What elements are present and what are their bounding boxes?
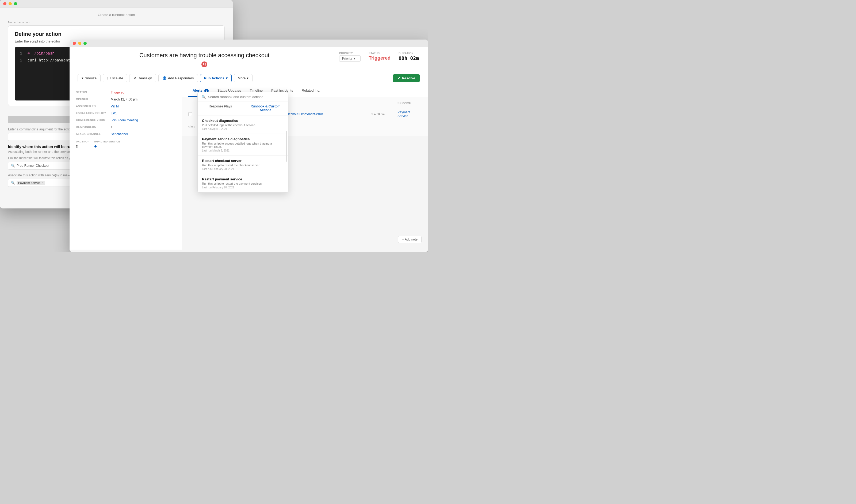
service-search-icon: 🔍: [11, 181, 15, 185]
p1-badge: P1: [202, 61, 207, 67]
slack-link[interactable]: Set channel: [111, 132, 127, 136]
run-actions-button[interactable]: Run Actions ▾: [200, 74, 232, 82]
detail-status-value: Triggered: [111, 91, 124, 94]
dropdown-tabs: Response Plays Runbook & Custom Actions: [198, 102, 288, 115]
reassign-button[interactable]: ↗ Reassign: [129, 74, 156, 82]
dropdown-tab-response-plays[interactable]: Response Plays: [198, 102, 243, 115]
window2-titlebar: [70, 39, 428, 47]
dropdown-search-input[interactable]: [208, 95, 284, 99]
more-chevron: ▾: [246, 76, 249, 80]
snooze-icon: ▾: [82, 76, 84, 80]
dropdown-item-0[interactable]: Checkout diagnostics Pull detailed logs …: [198, 115, 288, 134]
close-button[interactable]: [3, 2, 6, 5]
checkmark-icon: ✓: [397, 76, 400, 80]
detail-slack: SLACK CHANNEL Set channel: [76, 132, 175, 136]
incident-details-panel: STATUS Triggered OPENED March 12, 4:00 p…: [70, 85, 182, 250]
runner-search-icon: 🔍: [11, 164, 15, 167]
close-button-2[interactable]: [73, 42, 76, 45]
impacted-block: IMPACTED SERVICE: [95, 140, 120, 148]
escalation-link[interactable]: EP1: [111, 111, 117, 115]
status-value: Triggered: [369, 55, 391, 61]
more-button[interactable]: More ▾: [234, 74, 253, 82]
add-responders-icon: 👤: [162, 76, 167, 80]
right-meta-area: URGENCY D IMPACTED SERVICE: [76, 140, 175, 148]
scrollbar[interactable]: [286, 131, 287, 162]
payment-service-tag: Payment Service ✕: [17, 181, 45, 185]
add-responders-button[interactable]: 👤 Add Responders: [158, 74, 198, 82]
add-note-button[interactable]: + Add note: [398, 236, 422, 243]
row-time: at 4:00 pm: [371, 112, 392, 116]
urgency-value: D: [76, 145, 78, 148]
header-service: Service: [397, 102, 422, 105]
resolve-button[interactable]: ✓ Resolve: [393, 74, 420, 82]
escalate-icon: ↑: [107, 76, 108, 80]
maximize-button-2[interactable]: [84, 42, 87, 45]
incident-header: Customers are having trouble accessing c…: [70, 47, 428, 71]
minimize-button-2[interactable]: [78, 42, 81, 45]
assigned-link[interactable]: Val M.: [111, 105, 120, 108]
run-actions-dropdown: 🔍 Response Plays Runbook & Custom Action…: [198, 92, 288, 193]
duration-block: DURATION 00h 02m: [398, 52, 420, 62]
impacted-dot: [95, 145, 97, 147]
run-actions-chevron: ▾: [226, 76, 228, 80]
minimize-button[interactable]: [8, 2, 12, 5]
conference-link[interactable]: Join Zoom meeting: [111, 119, 138, 122]
dropdown-items: Checkout diagnostics Pull detailed logs …: [198, 115, 288, 193]
detail-assigned: ASSIGNED TO Val M.: [76, 105, 175, 108]
incident-title: Customers are having trouble accessing c…: [78, 52, 331, 59]
dropdown-item-2[interactable]: Restart checkout server Run this script …: [198, 156, 288, 174]
detail-responders: RESPONDERS 1: [76, 125, 175, 129]
urgency-block: URGENCY D: [76, 140, 89, 148]
tag-remove[interactable]: ✕: [41, 181, 44, 184]
priority-block: PRIORITY Priority ▾: [339, 52, 361, 62]
service-link[interactable]: Payment Service: [397, 110, 410, 118]
snooze-button[interactable]: ▾ Snooze: [78, 74, 101, 82]
status-block: STATUS Triggered: [369, 52, 391, 62]
dropdown-search-icon: 🔍: [202, 95, 206, 99]
define-action-title: Define your action: [15, 31, 218, 37]
shebang-code: #! /bin/bash: [28, 51, 55, 56]
escalate-button[interactable]: ↑ Escalate: [103, 74, 127, 82]
tab-related-inc[interactable]: Related Inc.: [297, 85, 324, 97]
name-label: Name the action: [8, 21, 225, 24]
dropdown-item-3[interactable]: Restart payment service Run this script …: [198, 174, 288, 193]
line-num-2: 2: [20, 58, 23, 62]
reassign-icon: ↗: [133, 76, 136, 80]
maximize-button[interactable]: [14, 2, 17, 5]
responders-value: 1: [111, 125, 113, 129]
row-checkbox[interactable]: [188, 112, 192, 116]
action-bar: ▾ Snooze ↑ Escalate ↗ Reassign 👤 Add Res…: [70, 71, 428, 85]
row-service: Payment Service: [397, 110, 422, 118]
detail-opened-value: March 12, 4:00 pm: [111, 97, 137, 101]
window1-title: Create a runbook action: [8, 13, 225, 17]
detail-conference: CONFERENCE ZOOM Join Zoom meeting: [76, 119, 175, 122]
runner-placeholder: Prod Runner Checkout: [17, 164, 49, 167]
row-check: [188, 112, 194, 116]
dropdown-item-1[interactable]: Payment service diagnostics Run this scr…: [198, 134, 288, 156]
dropdown-search-row: 🔍: [198, 92, 288, 102]
window1-titlebar: [0, 0, 233, 7]
line-num-1: 1: [20, 51, 23, 56]
duration-value: 00h 02m: [398, 55, 420, 61]
detail-escalation: ESCALATION POLICY EP1: [76, 111, 175, 115]
detail-opened: OPENED March 12, 4:00 pm: [76, 97, 175, 101]
dropdown-tab-runbook[interactable]: Runbook & Custom Actions: [243, 102, 288, 115]
priority-dropdown[interactable]: Priority ▾: [339, 55, 361, 62]
incident-window: Customers are having trouble accessing c…: [70, 39, 428, 252]
chevron-down-icon: ▾: [354, 57, 355, 60]
detail-status: STATUS Triggered: [76, 91, 175, 94]
